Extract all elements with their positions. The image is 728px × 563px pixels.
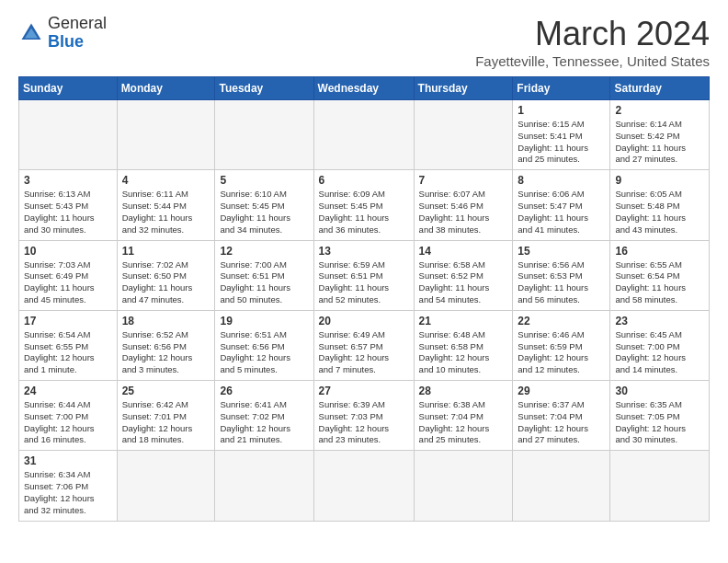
logo-general: General — [48, 15, 107, 33]
weekday-header-friday: Friday — [513, 77, 610, 100]
title-block: March 2024 Fayetteville, Tennessee, Unit… — [475, 15, 710, 69]
calendar-cell: 25Sunrise: 6:42 AM Sunset: 7:01 PM Dayli… — [117, 381, 215, 451]
calendar-cell: 30Sunrise: 6:35 AM Sunset: 7:05 PM Dayli… — [610, 381, 710, 451]
calendar-cell: 21Sunrise: 6:48 AM Sunset: 6:58 PM Dayli… — [414, 310, 513, 380]
cell-sun-info: Sunrise: 6:52 AM Sunset: 6:56 PM Dayligh… — [122, 329, 210, 376]
cell-sun-info: Sunrise: 6:10 AM Sunset: 5:45 PM Dayligh… — [220, 189, 308, 236]
calendar-cell: 4Sunrise: 6:11 AM Sunset: 5:44 PM Daylig… — [117, 170, 215, 240]
day-number: 22 — [518, 315, 605, 327]
calendar-cell: 11Sunrise: 7:02 AM Sunset: 6:50 PM Dayli… — [117, 240, 215, 310]
weekday-header-sunday: Sunday — [19, 77, 118, 100]
weekday-header-thursday: Thursday — [414, 77, 513, 100]
weekday-header-saturday: Saturday — [610, 77, 710, 100]
day-number: 18 — [122, 315, 210, 327]
calendar-week-row: 3Sunrise: 6:13 AM Sunset: 5:43 PM Daylig… — [19, 170, 710, 240]
day-number: 5 — [220, 174, 308, 187]
location-subtitle: Fayetteville, Tennessee, United States — [475, 53, 710, 69]
cell-sun-info: Sunrise: 6:48 AM Sunset: 6:58 PM Dayligh… — [419, 329, 508, 376]
calendar-cell: 10Sunrise: 7:03 AM Sunset: 6:49 PM Dayli… — [19, 240, 118, 310]
cell-sun-info: Sunrise: 6:55 AM Sunset: 6:54 PM Dayligh… — [615, 259, 704, 306]
generalblue-icon — [18, 20, 44, 46]
calendar-cell — [215, 100, 313, 170]
calendar-cell: 9Sunrise: 6:05 AM Sunset: 5:48 PM Daylig… — [610, 170, 710, 240]
calendar-cell — [513, 451, 610, 521]
calendar-cell: 16Sunrise: 6:55 AM Sunset: 6:54 PM Dayli… — [610, 240, 710, 310]
weekday-header-wednesday: Wednesday — [313, 77, 414, 100]
calendar-cell: 12Sunrise: 7:00 AM Sunset: 6:51 PM Dayli… — [215, 240, 313, 310]
cell-sun-info: Sunrise: 6:42 AM Sunset: 7:01 PM Dayligh… — [122, 399, 210, 446]
weekday-header-monday: Monday — [117, 77, 215, 100]
cell-sun-info: Sunrise: 6:46 AM Sunset: 6:59 PM Dayligh… — [518, 329, 605, 376]
day-number: 7 — [419, 174, 508, 187]
calendar-cell: 7Sunrise: 6:07 AM Sunset: 5:46 PM Daylig… — [414, 170, 513, 240]
cell-sun-info: Sunrise: 6:11 AM Sunset: 5:44 PM Dayligh… — [122, 189, 210, 236]
weekday-header-tuesday: Tuesday — [215, 77, 313, 100]
calendar-week-row: 1Sunrise: 6:15 AM Sunset: 5:41 PM Daylig… — [19, 100, 710, 170]
cell-sun-info: Sunrise: 7:02 AM Sunset: 6:50 PM Dayligh… — [122, 259, 210, 306]
day-number: 31 — [24, 454, 112, 467]
day-number: 14 — [419, 245, 508, 258]
cell-sun-info: Sunrise: 6:06 AM Sunset: 5:47 PM Dayligh… — [518, 189, 605, 236]
calendar-cell: 14Sunrise: 6:58 AM Sunset: 6:52 PM Dayli… — [414, 240, 513, 310]
day-number: 4 — [122, 174, 210, 187]
calendar-week-row: 17Sunrise: 6:54 AM Sunset: 6:55 PM Dayli… — [19, 310, 710, 380]
cell-sun-info: Sunrise: 6:38 AM Sunset: 7:04 PM Dayligh… — [419, 399, 508, 446]
day-number: 12 — [220, 245, 308, 258]
calendar-week-row: 24Sunrise: 6:44 AM Sunset: 7:00 PM Dayli… — [19, 381, 710, 451]
day-number: 2 — [615, 104, 704, 117]
calendar-week-row: 31Sunrise: 6:34 AM Sunset: 7:06 PM Dayli… — [19, 451, 710, 521]
day-number: 21 — [419, 315, 508, 327]
cell-sun-info: Sunrise: 6:58 AM Sunset: 6:52 PM Dayligh… — [419, 259, 508, 306]
calendar-cell: 22Sunrise: 6:46 AM Sunset: 6:59 PM Dayli… — [513, 310, 610, 380]
day-number: 15 — [518, 245, 605, 258]
day-number: 27 — [319, 385, 409, 397]
day-number: 3 — [24, 174, 112, 187]
calendar-cell: 1Sunrise: 6:15 AM Sunset: 5:41 PM Daylig… — [513, 100, 610, 170]
day-number: 11 — [122, 245, 210, 258]
calendar-cell: 18Sunrise: 6:52 AM Sunset: 6:56 PM Dayli… — [117, 310, 215, 380]
calendar-cell — [414, 451, 513, 521]
calendar-table: SundayMondayTuesdayWednesdayThursdayFrid… — [18, 76, 710, 522]
cell-sun-info: Sunrise: 6:54 AM Sunset: 6:55 PM Dayligh… — [24, 329, 112, 376]
calendar-cell — [610, 451, 710, 521]
calendar-cell: 20Sunrise: 6:49 AM Sunset: 6:57 PM Dayli… — [313, 310, 414, 380]
day-number: 13 — [319, 245, 409, 258]
cell-sun-info: Sunrise: 6:09 AM Sunset: 5:45 PM Dayligh… — [319, 189, 409, 236]
calendar-cell: 8Sunrise: 6:06 AM Sunset: 5:47 PM Daylig… — [513, 170, 610, 240]
day-number: 19 — [220, 315, 308, 327]
calendar-cell — [313, 451, 414, 521]
day-number: 29 — [518, 385, 605, 397]
day-number: 20 — [319, 315, 409, 327]
calendar-cell: 28Sunrise: 6:38 AM Sunset: 7:04 PM Dayli… — [414, 381, 513, 451]
day-number: 28 — [419, 385, 508, 397]
day-number: 8 — [518, 174, 605, 187]
calendar-cell — [117, 451, 215, 521]
weekday-header-row: SundayMondayTuesdayWednesdayThursdayFrid… — [19, 77, 710, 100]
cell-sun-info: Sunrise: 6:13 AM Sunset: 5:43 PM Dayligh… — [24, 189, 112, 236]
cell-sun-info: Sunrise: 6:44 AM Sunset: 7:00 PM Dayligh… — [24, 399, 112, 446]
cell-sun-info: Sunrise: 6:45 AM Sunset: 7:00 PM Dayligh… — [615, 329, 704, 376]
calendar-cell: 27Sunrise: 6:39 AM Sunset: 7:03 PM Dayli… — [313, 381, 414, 451]
calendar-cell — [313, 100, 414, 170]
cell-sun-info: Sunrise: 6:34 AM Sunset: 7:06 PM Dayligh… — [24, 469, 112, 516]
calendar-cell: 2Sunrise: 6:14 AM Sunset: 5:42 PM Daylig… — [610, 100, 710, 170]
day-number: 24 — [24, 385, 112, 397]
calendar-cell: 19Sunrise: 6:51 AM Sunset: 6:56 PM Dayli… — [215, 310, 313, 380]
calendar-cell: 15Sunrise: 6:56 AM Sunset: 6:53 PM Dayli… — [513, 240, 610, 310]
day-number: 30 — [615, 385, 704, 397]
cell-sun-info: Sunrise: 6:14 AM Sunset: 5:42 PM Dayligh… — [615, 119, 704, 166]
cell-sun-info: Sunrise: 6:51 AM Sunset: 6:56 PM Dayligh… — [220, 329, 308, 376]
day-number: 6 — [319, 174, 409, 187]
calendar-cell: 29Sunrise: 6:37 AM Sunset: 7:04 PM Dayli… — [513, 381, 610, 451]
day-number: 26 — [220, 385, 308, 397]
calendar-week-row: 10Sunrise: 7:03 AM Sunset: 6:49 PM Dayli… — [19, 240, 710, 310]
cell-sun-info: Sunrise: 6:59 AM Sunset: 6:51 PM Dayligh… — [319, 259, 409, 306]
day-number: 25 — [122, 385, 210, 397]
day-number: 23 — [615, 315, 704, 327]
month-year-title: March 2024 — [475, 15, 710, 53]
cell-sun-info: Sunrise: 6:39 AM Sunset: 7:03 PM Dayligh… — [319, 399, 409, 446]
cell-sun-info: Sunrise: 6:15 AM Sunset: 5:41 PM Dayligh… — [518, 119, 605, 166]
day-number: 16 — [615, 245, 704, 258]
day-number: 17 — [24, 315, 112, 327]
calendar-cell: 5Sunrise: 6:10 AM Sunset: 5:45 PM Daylig… — [215, 170, 313, 240]
